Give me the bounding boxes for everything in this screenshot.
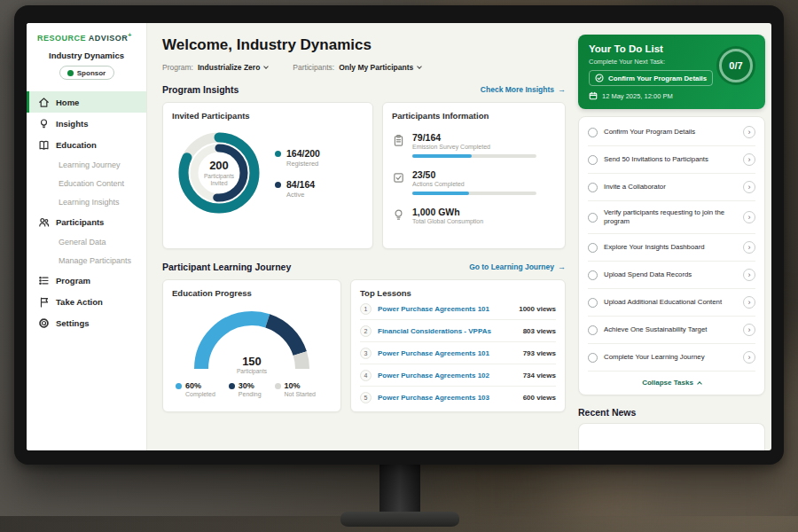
lesson-row: 5 Power Purchase Agreements 103 600 view… <box>360 387 556 408</box>
chevron-right-icon[interactable]: › <box>743 296 755 309</box>
participants-filter-label: Participants: <box>293 63 334 72</box>
learning-journey-header: Participant Learning Journey Go to Learn… <box>162 262 566 272</box>
task-checkbox[interactable] <box>588 298 598 308</box>
chevron-right-icon[interactable]: › <box>743 269 755 281</box>
lesson-rank: 4 <box>360 370 372 381</box>
chevron-right-icon[interactable]: › <box>743 126 755 138</box>
task-checkbox[interactable] <box>588 128 598 137</box>
lesson-row: 1 Power Purchase Agreements 101 1000 vie… <box>360 298 556 320</box>
section-title-program-insights: Program Insights <box>162 84 239 95</box>
education-icon <box>38 139 50 151</box>
card-title: Invited Participants <box>172 111 364 121</box>
task-label: Upload Additional Educational Content <box>604 298 737 307</box>
task-checkbox[interactable] <box>588 270 598 280</box>
sponsor-badge-label: Sponsor <box>77 69 106 77</box>
arrow-right-icon: → <box>558 262 566 271</box>
lesson-title-link[interactable]: Power Purchase Agreements 101 <box>378 305 512 313</box>
sidebar-item-label: Manage Participants <box>59 256 131 265</box>
stat-label: Actions Completed <box>412 181 536 187</box>
sidebar-item-program[interactable]: Program <box>27 270 146 291</box>
task-checkbox[interactable] <box>588 353 598 363</box>
sidebar-item-take-action[interactable]: Take Action <box>27 291 146 312</box>
org-name: Industry Dynamics <box>27 51 146 60</box>
todo-task[interactable]: Upload Spend Data Records › <box>588 262 755 289</box>
lesson-title-link[interactable]: Financial Considerations - VPPAs <box>378 327 517 335</box>
donut-center-value: 200 <box>209 159 229 172</box>
program-insights-cards: Invited Participants 200 <box>162 102 566 249</box>
consumption-icon <box>392 208 405 222</box>
chevron-right-icon[interactable]: › <box>743 181 755 193</box>
task-checkbox[interactable] <box>588 155 598 165</box>
next-task-time: 12 May 2025, 12:00 PM <box>589 91 755 100</box>
sidebar-item-manage-participants[interactable]: Manage Participants <box>27 251 146 270</box>
sidebar-item-settings[interactable]: Settings <box>27 312 146 333</box>
legend-dot <box>229 383 235 389</box>
todo-task[interactable]: Send 50 Invitations to Participants › <box>588 146 755 174</box>
chevron-right-icon[interactable]: › <box>743 351 755 364</box>
lesson-rank: 5 <box>360 392 372 403</box>
sidebar-item-label: Home <box>56 98 79 107</box>
participants-filter[interactable]: Participants: Only My Participants <box>293 63 421 72</box>
chevron-right-icon[interactable]: › <box>743 153 755 166</box>
invited-participants-donut-chart: 200 Participants Invited <box>172 126 266 220</box>
todo-task[interactable]: Confirm Your Program Details › <box>588 119 755 146</box>
survey-icon <box>392 134 405 147</box>
todo-task[interactable]: Explore Your Insights Dashboard › <box>588 234 755 262</box>
chevron-right-icon[interactable]: › <box>743 324 755 336</box>
sidebar-item-label: Take Action <box>56 297 103 307</box>
sidebar-item-general-data[interactable]: General Data <box>27 232 146 251</box>
sidebar-item-learning-insights[interactable]: Learning Insights <box>27 192 146 211</box>
task-checkbox[interactable] <box>588 325 598 335</box>
sidebar-item-label: General Data <box>59 238 106 246</box>
desk-scene: RESOURCE ADVISOR+ Industry Dynamics Spon… <box>0 0 798 532</box>
sidebar-nav: Home Insights Education Learning Journey <box>27 91 146 333</box>
sidebar-item-label: Program <box>56 276 90 286</box>
todo-task[interactable]: Achieve One Sustainability Target › <box>588 317 755 344</box>
collapse-tasks-button[interactable]: Collapse Tasks <box>588 372 755 393</box>
lesson-rank: 1 <box>360 303 372 315</box>
check-more-insights-link[interactable]: Check More Insights → <box>481 85 566 94</box>
main-content: Welcome, Industry Dynamics Program: Indu… <box>147 23 578 450</box>
legend-label: Active <box>286 191 315 199</box>
task-checkbox[interactable] <box>588 183 598 192</box>
take-action-icon <box>38 296 50 308</box>
sponsor-badge[interactable]: Sponsor <box>59 66 114 80</box>
todo-task[interactable]: Invite a Collaborator › <box>588 174 755 201</box>
todo-list-card: Confirm Your Program Details › Send 50 I… <box>578 116 765 395</box>
task-checkbox[interactable] <box>588 243 598 253</box>
lesson-title-link[interactable]: Power Purchase Agreements 103 <box>378 394 517 402</box>
stat-value: 1,000 GWh <box>412 207 483 217</box>
legend-pending: 30% Pending <box>229 381 262 397</box>
go-to-learning-journey-link[interactable]: Go to Learning Journey → <box>469 262 566 271</box>
sidebar-item-home[interactable]: Home <box>27 91 146 113</box>
todo-task[interactable]: Verify participants requesting to join t… <box>588 201 755 234</box>
legend-label: Not Started <box>285 391 316 397</box>
sidebar-item-insights[interactable]: Insights <box>27 113 146 134</box>
lesson-title-link[interactable]: Power Purchase Agreements 101 <box>378 349 517 357</box>
chevron-down-icon <box>264 64 270 69</box>
next-task-time-label: 12 May 2025, 12:00 PM <box>602 92 673 100</box>
todo-task[interactable]: Complete Your Learning Journey › <box>588 344 755 372</box>
task-label: Complete Your Learning Journey <box>604 353 737 362</box>
stat-row: 79/164 Emission Survey Completed <box>392 132 556 158</box>
sidebar-item-learning-journey[interactable]: Learning Journey <box>27 155 146 174</box>
lesson-title-link[interactable]: Power Purchase Agreements 102 <box>378 372 517 379</box>
todo-panel: Your To Do List Complete Your Next Task:… <box>578 23 765 450</box>
legend-dot <box>275 383 281 389</box>
legend-label: Pending <box>239 391 262 397</box>
lesson-views: 600 views <box>523 394 556 402</box>
card-title: Education Progress <box>172 288 332 298</box>
sidebar-item-participants[interactable]: Participants <box>27 211 146 232</box>
chevron-right-icon[interactable]: › <box>743 211 755 223</box>
todo-task[interactable]: Upload Additional Educational Content › <box>588 289 755 317</box>
invited-participants-card: Invited Participants 200 <box>162 102 373 249</box>
card-title: Participants Information <box>392 111 556 121</box>
sidebar-item-education-content[interactable]: Education Content <box>27 174 146 192</box>
program-filter[interactable]: Program: Industrialize Zero <box>162 63 268 72</box>
lesson-rank: 3 <box>360 348 372 359</box>
chevron-right-icon[interactable]: › <box>743 241 755 254</box>
sidebar-item-education[interactable]: Education <box>27 134 146 155</box>
next-task-pill[interactable]: Confirm Your Program Details <box>589 70 713 86</box>
task-checkbox[interactable] <box>588 213 598 223</box>
chevron-down-icon <box>417 64 422 69</box>
